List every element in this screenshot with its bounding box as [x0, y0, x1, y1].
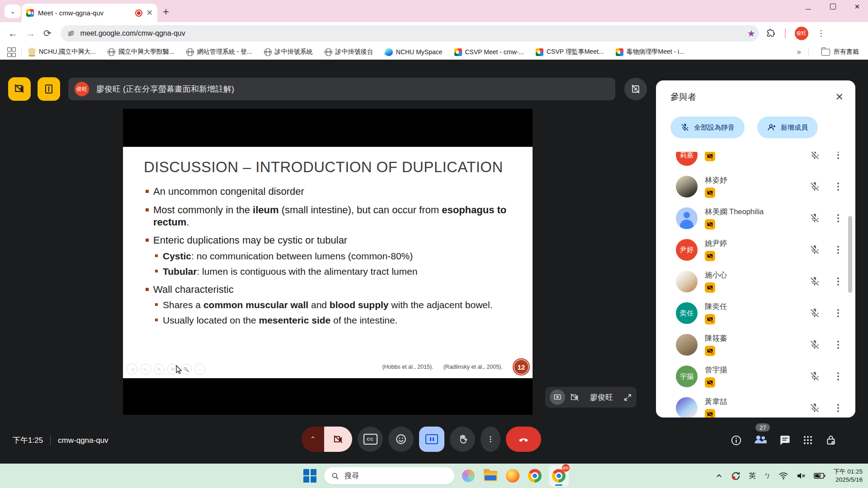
battery-charging-icon[interactable]	[814, 472, 826, 479]
meeting-time: 下午1:25	[13, 435, 43, 446]
host-controls-button[interactable]	[825, 434, 837, 446]
participant-menu-button[interactable]	[837, 276, 839, 287]
site-settings-icon[interactable]	[67, 29, 75, 38]
presentation-off-badge	[705, 282, 715, 293]
new-tab-button[interactable]: +	[163, 5, 169, 18]
url-text[interactable]: meet.google.com/cmw-qgna-quv	[80, 29, 742, 38]
participant-menu-button[interactable]	[837, 181, 839, 192]
bookmark-item[interactable]: CSVP 理監事Meet...	[536, 48, 604, 56]
chrome-icon[interactable]	[527, 468, 543, 484]
volume-muted-icon[interactable]	[796, 472, 806, 480]
tray-clock[interactable]: 下午 01:25 2025/5/16	[833, 468, 863, 483]
slide-pen-icon[interactable]: ✎	[154, 364, 165, 375]
reload-button[interactable]: ⟳	[43, 28, 52, 39]
camera-options-chevron[interactable]: ⌃	[302, 427, 324, 452]
mute-all-button[interactable]: 全部設為靜音	[670, 117, 745, 138]
mic-off-icon[interactable]	[809, 403, 820, 413]
forward-button[interactable]: →	[26, 28, 35, 39]
browser-menu-button[interactable]: ⋮	[817, 28, 825, 38]
mic-off-icon[interactable]	[809, 371, 820, 382]
exit-annotation-button[interactable]	[38, 77, 60, 101]
participant-name: 黃韋喆	[705, 397, 809, 407]
chrome-active-icon[interactable]: 俊旺	[549, 465, 569, 487]
mic-off-icon[interactable]	[809, 339, 820, 350]
participant-row: 陳筱蓁	[676, 329, 855, 361]
window-minimize-button[interactable]	[804, 3, 813, 11]
bookmark-star-icon[interactable]: ★	[747, 28, 755, 39]
mic-off-icon[interactable]	[809, 152, 820, 160]
bookmark-item[interactable]: NCHU,國立中興大...	[28, 47, 96, 56]
panel-scrollbar[interactable]	[848, 216, 852, 293]
bookmark-item[interactable]: 診中掛號後台	[325, 48, 373, 56]
file-explorer-icon[interactable]	[482, 468, 499, 484]
slide-presenter-toolbar[interactable]: ◁ ▷ ✎ ⧉ 🔍 ⋯	[127, 364, 205, 375]
participant-row: 宇揚 曾宇揚	[676, 361, 855, 392]
slide-prev-icon[interactable]: ◁	[127, 364, 137, 375]
participant-menu-button[interactable]	[837, 244, 839, 255]
wifi-icon[interactable]	[778, 472, 788, 480]
participant-menu-button[interactable]	[837, 308, 839, 319]
slide-more-icon[interactable]: ⋯	[194, 364, 205, 375]
address-bar[interactable]: meet.google.com/cmw-qgna-quv ★	[61, 25, 759, 42]
browser-toolbar: ← → ⟳ meet.google.com/cmw-qgna-quv ★ 俊旺 …	[0, 22, 868, 44]
raise-hand-button[interactable]	[450, 427, 475, 452]
ime-mode-indicator[interactable]: ㄅ	[764, 471, 771, 481]
participant-menu-button[interactable]	[837, 339, 839, 350]
bookmark-item[interactable]: 診中掛號系統	[264, 48, 313, 56]
browser-tab[interactable]: Meet - cmw-qgna-quv ✕	[22, 4, 157, 22]
chat-button[interactable]	[779, 434, 791, 446]
participant-menu-button[interactable]	[837, 403, 839, 413]
slide-bullet: Usually located on the mesenteric side o…	[154, 314, 517, 326]
people-button[interactable]: 27	[754, 433, 767, 447]
screen-record-indicator-icon[interactable]	[730, 470, 741, 481]
bookmark-item[interactable]: 毒物病理學Meet - i...	[616, 48, 684, 56]
firefox-icon[interactable]	[505, 468, 521, 484]
selfview-tile[interactable]: 廖俊旺	[545, 387, 637, 408]
start-button[interactable]	[302, 468, 318, 484]
mic-off-icon[interactable]	[809, 276, 820, 287]
window-close-button[interactable]: ✕	[853, 3, 862, 11]
bookmarks-overflow-button[interactable]: »	[797, 47, 801, 56]
participant-row: 尹婷 姚尹婷	[676, 234, 855, 266]
meeting-details-icon[interactable]	[731, 435, 742, 446]
back-button[interactable]: ←	[8, 28, 18, 39]
tray-chevron-icon[interactable]	[716, 473, 722, 479]
reactions-button[interactable]	[388, 427, 414, 452]
bookmark-item[interactable]: NCHU MySpace	[385, 48, 443, 56]
mic-off-icon[interactable]	[809, 308, 820, 319]
presentation-off-badge	[705, 152, 715, 161]
presenting-button[interactable]	[419, 427, 444, 452]
tab-search-chevron-icon[interactable]: ⌄	[5, 5, 21, 18]
participant-menu-button[interactable]	[837, 213, 839, 224]
activities-button[interactable]	[802, 435, 813, 446]
all-bookmarks-button[interactable]: 所有書籤	[821, 48, 859, 56]
taskbar-search[interactable]: 搜尋	[324, 467, 454, 484]
mic-off-icon[interactable]	[809, 181, 820, 192]
expand-icon[interactable]	[623, 393, 632, 402]
bookmark-item[interactable]: 網站管理系統 - 登...	[186, 48, 252, 56]
participant-menu-button[interactable]	[837, 152, 839, 160]
camera-off-button[interactable]	[324, 427, 352, 452]
more-options-button[interactable]	[481, 427, 500, 452]
captions-button[interactable]: CC	[358, 427, 383, 452]
participant-row: 林姿妤	[676, 171, 855, 202]
bookmark-item[interactable]: 國立中興大學獸醫...	[108, 48, 175, 56]
end-call-button[interactable]	[506, 427, 541, 452]
participant-menu-button[interactable]	[837, 371, 839, 382]
window-maximize-button[interactable]	[828, 3, 837, 11]
slide-next-icon[interactable]: ▷	[140, 364, 151, 375]
extensions-icon[interactable]	[766, 28, 776, 38]
mic-off-icon[interactable]	[809, 213, 820, 224]
bookmark-item[interactable]: CSVP Meet - cmw-...	[454, 48, 524, 56]
browser-profile-avatar[interactable]: 俊旺	[795, 27, 808, 40]
panel-close-button[interactable]: ✕	[835, 91, 844, 103]
annotations-off-button[interactable]	[624, 78, 647, 100]
copilot-icon[interactable]	[460, 468, 476, 484]
add-member-button[interactable]: 新增成員	[757, 117, 818, 138]
input-language-indicator[interactable]: 英	[749, 471, 756, 481]
tab-close-icon[interactable]: ✕	[146, 9, 153, 17]
chrome-profile-badge: 俊旺	[562, 464, 570, 472]
mic-off-icon[interactable]	[809, 244, 820, 255]
apps-grid-icon[interactable]	[7, 47, 15, 57]
annotation-tool-button[interactable]	[8, 77, 31, 101]
